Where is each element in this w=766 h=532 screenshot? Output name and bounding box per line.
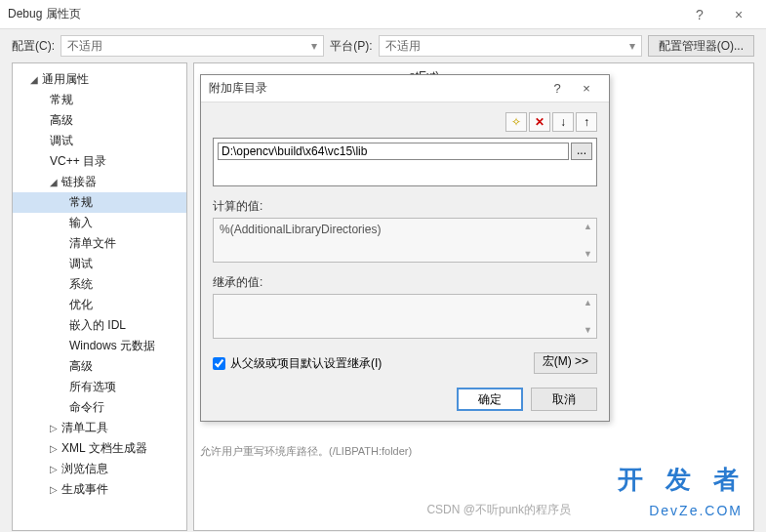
- browse-button[interactable]: ...: [571, 143, 592, 160]
- move-down-icon[interactable]: ↓: [552, 112, 574, 132]
- computed-value-box: %(AdditionalLibraryDirectories) ▲▼: [213, 218, 597, 263]
- tree-linker-idl[interactable]: 嵌入的 IDL: [13, 315, 186, 336]
- property-tree: ◢通用属性 常规 高级 调试 VC++ 目录 ◢链接器 常规 输入 清单文件 调…: [12, 62, 187, 531]
- tree-general-props[interactable]: ◢通用属性: [13, 69, 186, 90]
- path-list-box[interactable]: ...: [213, 138, 597, 186]
- config-manager-button[interactable]: 配置管理器(O)...: [648, 35, 754, 57]
- tree-linker-debug[interactable]: 调试: [13, 254, 186, 274]
- titlebar: Debug 属性页 ? ×: [0, 0, 766, 29]
- config-toolbar: 配置(C): 不适用 平台(P): 不适用 配置管理器(O)...: [0, 29, 766, 62]
- window-title: Debug 属性页: [8, 6, 680, 22]
- inherit-checkbox-label: 从父级或项目默认设置继承(I): [230, 355, 382, 372]
- tree-manifest-tool[interactable]: ▷清单工具: [13, 418, 186, 438]
- tree-linker[interactable]: ◢链接器: [13, 172, 186, 192]
- dialog-title: 附加库目录: [209, 80, 543, 97]
- watermark-site: DevZe.COM: [649, 503, 743, 518]
- inherit-row: 从父级或项目默认设置继承(I) 宏(M) >>: [213, 352, 597, 374]
- dialog-icon-bar: ✧ ✕ ↓ ↑: [213, 112, 597, 132]
- dialog-buttons: 确定 取消: [213, 388, 597, 411]
- dialog-help-button[interactable]: ?: [543, 81, 572, 96]
- help-button[interactable]: ?: [680, 7, 719, 22]
- bg-text-2: 允许用户重写环境库路径。(/LIBPATH:folder): [200, 444, 412, 459]
- tree-linker-opt[interactable]: 优化: [13, 295, 186, 315]
- tree-debug[interactable]: 调试: [13, 131, 186, 151]
- tree-linker-system[interactable]: 系统: [13, 274, 186, 295]
- inherited-value-box: ▲▼: [213, 294, 597, 339]
- tree-linker-all[interactable]: 所有选项: [13, 377, 186, 397]
- tree-linker-cmd[interactable]: 命令行: [13, 397, 186, 418]
- dialog-close-button[interactable]: ×: [572, 81, 601, 96]
- new-line-icon[interactable]: ✧: [505, 112, 527, 132]
- tree-linker-general[interactable]: 常规: [13, 192, 186, 213]
- macros-button[interactable]: 宏(M) >>: [534, 352, 597, 374]
- ok-button[interactable]: 确定: [457, 388, 523, 411]
- config-combo[interactable]: 不适用: [60, 35, 324, 57]
- tree-general[interactable]: 常规: [13, 90, 186, 110]
- path-input[interactable]: [218, 143, 569, 160]
- move-up-icon[interactable]: ↑: [576, 112, 597, 132]
- tree-linker-input[interactable]: 输入: [13, 213, 186, 233]
- tree-browse-info[interactable]: ▷浏览信息: [13, 459, 186, 479]
- tree-advanced[interactable]: 高级: [13, 110, 186, 131]
- tree-linker-advanced[interactable]: 高级: [13, 356, 186, 377]
- tree-xml-doc[interactable]: ▷XML 文档生成器: [13, 438, 186, 459]
- cancel-button[interactable]: 取消: [531, 388, 597, 411]
- tree-linker-winmd[interactable]: Windows 元数据: [13, 336, 186, 356]
- inherit-checkbox[interactable]: [213, 357, 225, 370]
- platform-label: 平台(P):: [330, 38, 372, 55]
- watermark-csdn: CSDN @不听punk的程序员: [426, 502, 571, 518]
- tree-build-events[interactable]: ▷生成事件: [13, 479, 186, 500]
- tree-linker-manifest[interactable]: 清单文件: [13, 233, 186, 254]
- dialog-body: ✧ ✕ ↓ ↑ ... 计算的值: %(AdditionalLibraryDir…: [201, 102, 609, 421]
- config-label: 配置(C):: [12, 38, 55, 55]
- close-button[interactable]: ×: [719, 7, 758, 22]
- tree-vcpp-dirs[interactable]: VC++ 目录: [13, 151, 186, 172]
- additional-lib-dirs-dialog: 附加库目录 ? × ✧ ✕ ↓ ↑ ... 计算的值: %(Additional…: [200, 74, 610, 422]
- inherited-label: 继承的值:: [213, 274, 597, 291]
- dialog-titlebar: 附加库目录 ? ×: [201, 75, 609, 102]
- computed-label: 计算的值:: [213, 198, 597, 215]
- watermark-logo: 开 发 者: [618, 463, 746, 497]
- platform-combo[interactable]: 不适用: [379, 35, 642, 57]
- delete-icon[interactable]: ✕: [529, 112, 550, 132]
